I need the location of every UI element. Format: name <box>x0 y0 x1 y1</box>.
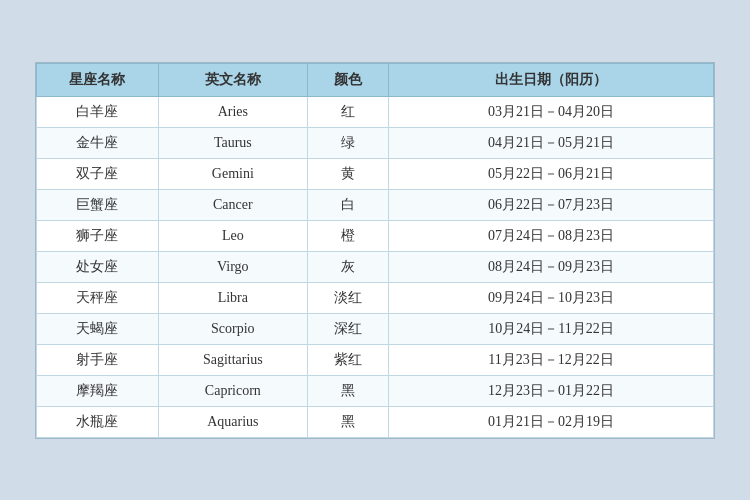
table-row: 双子座Gemini黄05月22日－06月21日 <box>37 158 714 189</box>
cell-color: 紫红 <box>307 344 388 375</box>
table-row: 天秤座Libra淡红09月24日－10月23日 <box>37 282 714 313</box>
cell-color: 绿 <box>307 127 388 158</box>
cell-english-name: Cancer <box>158 189 307 220</box>
cell-color: 淡红 <box>307 282 388 313</box>
header-chinese-name: 星座名称 <box>37 63 159 96</box>
cell-birthdate: 08月24日－09月23日 <box>389 251 714 282</box>
cell-chinese-name: 金牛座 <box>37 127 159 158</box>
cell-birthdate: 10月24日－11月22日 <box>389 313 714 344</box>
header-english-name: 英文名称 <box>158 63 307 96</box>
cell-birthdate: 03月21日－04月20日 <box>389 96 714 127</box>
table-header-row: 星座名称 英文名称 颜色 出生日期（阳历） <box>37 63 714 96</box>
cell-chinese-name: 摩羯座 <box>37 375 159 406</box>
table-row: 摩羯座Capricorn黑12月23日－01月22日 <box>37 375 714 406</box>
cell-birthdate: 05月22日－06月21日 <box>389 158 714 189</box>
cell-chinese-name: 水瓶座 <box>37 406 159 437</box>
table-body: 白羊座Aries红03月21日－04月20日金牛座Taurus绿04月21日－0… <box>37 96 714 437</box>
cell-english-name: Capricorn <box>158 375 307 406</box>
cell-chinese-name: 狮子座 <box>37 220 159 251</box>
cell-color: 黑 <box>307 406 388 437</box>
zodiac-table: 星座名称 英文名称 颜色 出生日期（阳历） 白羊座Aries红03月21日－04… <box>36 63 714 438</box>
cell-color: 黑 <box>307 375 388 406</box>
cell-color: 橙 <box>307 220 388 251</box>
cell-english-name: Libra <box>158 282 307 313</box>
header-color: 颜色 <box>307 63 388 96</box>
cell-color: 白 <box>307 189 388 220</box>
table-row: 处女座Virgo灰08月24日－09月23日 <box>37 251 714 282</box>
cell-english-name: Leo <box>158 220 307 251</box>
cell-chinese-name: 巨蟹座 <box>37 189 159 220</box>
cell-english-name: Taurus <box>158 127 307 158</box>
cell-chinese-name: 天秤座 <box>37 282 159 313</box>
zodiac-table-container: 星座名称 英文名称 颜色 出生日期（阳历） 白羊座Aries红03月21日－04… <box>35 62 715 439</box>
table-row: 狮子座Leo橙07月24日－08月23日 <box>37 220 714 251</box>
table-row: 射手座Sagittarius紫红11月23日－12月22日 <box>37 344 714 375</box>
cell-color: 黄 <box>307 158 388 189</box>
cell-birthdate: 09月24日－10月23日 <box>389 282 714 313</box>
cell-color: 深红 <box>307 313 388 344</box>
cell-birthdate: 04月21日－05月21日 <box>389 127 714 158</box>
cell-english-name: Scorpio <box>158 313 307 344</box>
cell-english-name: Aquarius <box>158 406 307 437</box>
cell-birthdate: 12月23日－01月22日 <box>389 375 714 406</box>
cell-color: 红 <box>307 96 388 127</box>
cell-birthdate: 07月24日－08月23日 <box>389 220 714 251</box>
table-row: 天蝎座Scorpio深红10月24日－11月22日 <box>37 313 714 344</box>
cell-chinese-name: 处女座 <box>37 251 159 282</box>
table-row: 巨蟹座Cancer白06月22日－07月23日 <box>37 189 714 220</box>
table-row: 白羊座Aries红03月21日－04月20日 <box>37 96 714 127</box>
table-row: 水瓶座Aquarius黑01月21日－02月19日 <box>37 406 714 437</box>
header-birthdate: 出生日期（阳历） <box>389 63 714 96</box>
cell-chinese-name: 白羊座 <box>37 96 159 127</box>
cell-chinese-name: 天蝎座 <box>37 313 159 344</box>
cell-color: 灰 <box>307 251 388 282</box>
cell-birthdate: 06月22日－07月23日 <box>389 189 714 220</box>
table-row: 金牛座Taurus绿04月21日－05月21日 <box>37 127 714 158</box>
cell-english-name: Sagittarius <box>158 344 307 375</box>
cell-birthdate: 11月23日－12月22日 <box>389 344 714 375</box>
cell-chinese-name: 双子座 <box>37 158 159 189</box>
cell-chinese-name: 射手座 <box>37 344 159 375</box>
cell-birthdate: 01月21日－02月19日 <box>389 406 714 437</box>
cell-english-name: Gemini <box>158 158 307 189</box>
cell-english-name: Aries <box>158 96 307 127</box>
cell-english-name: Virgo <box>158 251 307 282</box>
